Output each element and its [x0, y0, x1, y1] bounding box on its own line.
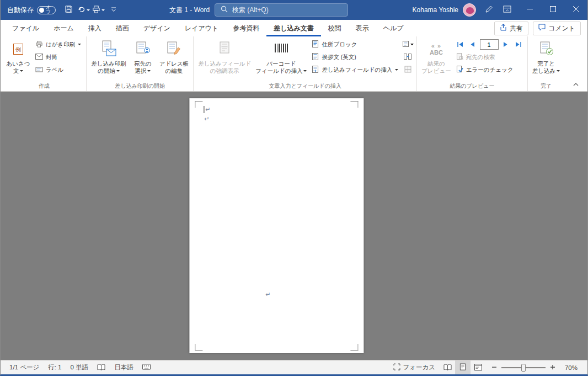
language-indicator[interactable]: 日本語: [110, 361, 138, 374]
tab-file[interactable]: ファイル: [5, 20, 46, 36]
autosave-state: オフ: [46, 5, 54, 15]
fields-icon-column: [401, 38, 414, 76]
first-record-button[interactable]: [455, 39, 466, 50]
status-bar: 1/1 ページ 行: 1 0 単語 日本語 フォーカス: [1, 360, 587, 374]
fields-small-column: 住所ブロック 挨拶文 (英文) 差し込みフィールドの挿入: [309, 38, 401, 76]
group-create: 例 あいさつ 文 はがき印刷 封筒 ラベル 作成: [2, 36, 87, 91]
word-count-indicator[interactable]: 0 単語: [66, 361, 93, 374]
barcode-icon: [274, 41, 288, 57]
rules-button[interactable]: [401, 38, 414, 51]
address-block-label: 住所ブロック: [322, 41, 357, 49]
preview-results-button: « » ABC 結果の プレビュー: [419, 38, 453, 82]
hagaki-print-button[interactable]: はがき印刷: [33, 38, 84, 51]
zoom-in-button[interactable]: [550, 364, 555, 371]
first-record-icon: [457, 40, 463, 50]
document-canvas[interactable]: ↵ ↵ ↵: [1, 92, 587, 360]
zoom-slider[interactable]: [501, 367, 546, 368]
search-box[interactable]: 検索 (Alt+Q): [215, 3, 348, 17]
comments-button[interactable]: コメント: [533, 22, 581, 35]
insert-barcode-field-button[interactable]: バーコード フィールドの挿入: [253, 38, 309, 82]
finish-and-merge-button[interactable]: 完了と 差し込み: [530, 38, 563, 82]
greeting-text-button[interactable]: 例 あいさつ 文: [4, 38, 33, 82]
focus-mode-button[interactable]: フォーカス: [389, 361, 440, 374]
ime-mode-button[interactable]: [138, 361, 155, 374]
tab-draw[interactable]: 描画: [109, 20, 136, 36]
collapse-ribbon-button[interactable]: [570, 78, 582, 88]
zoom-slider-thumb[interactable]: [521, 364, 526, 372]
keyboard-icon: [142, 364, 151, 371]
group-label-fields: 文章入力とフィールドの挿入: [194, 82, 416, 90]
zoom-out-button[interactable]: [491, 364, 497, 371]
tab-home[interactable]: ホーム: [46, 20, 81, 36]
check-errors-button[interactable]: エラーのチェック: [453, 63, 525, 76]
user-name[interactable]: Kohama Yoshie: [413, 6, 458, 14]
preview-abc-icon: ABC: [430, 50, 443, 56]
tab-insert[interactable]: 挿入: [81, 20, 109, 36]
zoom-controls: 70%: [486, 364, 583, 371]
preview-results-icon: « »: [431, 43, 441, 49]
title-bar: 自動保存 オフ 文書 1 - Word 検索 (Alt+Q) Kohama Yo…: [1, 0, 587, 20]
close-button[interactable]: [564, 0, 587, 20]
ink-button[interactable]: [482, 3, 496, 18]
envelopes-button[interactable]: 封筒: [33, 51, 84, 63]
record-number-input[interactable]: [480, 39, 499, 50]
group-write-insert-fields: 差し込みフィールド の強調表示 バーコード フィールドの挿入 住所ブロック 挨拶…: [194, 36, 417, 91]
print-layout-button[interactable]: [455, 361, 471, 374]
page-number-indicator[interactable]: 1/1 ページ: [5, 361, 44, 374]
zoom-level[interactable]: 70%: [560, 364, 578, 371]
ribbon-options-icon: [503, 6, 511, 15]
share-button[interactable]: 共有: [494, 22, 528, 35]
undo-button[interactable]: [76, 3, 91, 18]
more-commands-icon: [111, 6, 116, 14]
crop-mark-top-right-icon: [350, 101, 358, 108]
previous-record-button[interactable]: [467, 39, 478, 50]
tab-design[interactable]: デザイン: [136, 20, 178, 36]
finish-merge-label-line1: 完了と: [537, 60, 555, 67]
update-labels-button: [401, 63, 414, 76]
minimize-button[interactable]: [518, 0, 541, 20]
line-number-indicator[interactable]: 行: 1: [44, 361, 66, 374]
save-button[interactable]: [61, 3, 76, 18]
select-recipients-label-line2: 選択: [135, 67, 146, 75]
tab-mailings[interactable]: 差し込み文書: [266, 20, 321, 36]
match-fields-button[interactable]: [401, 51, 414, 63]
avatar[interactable]: [463, 3, 476, 17]
autosave-label: 自動保存: [7, 6, 34, 15]
undo-icon: [77, 6, 85, 14]
save-icon: [65, 5, 73, 15]
autosave-toggle[interactable]: オフ: [37, 6, 56, 14]
next-record-button[interactable]: [500, 39, 511, 50]
ribbon-display-options-button[interactable]: [500, 3, 515, 18]
labels-button[interactable]: ラベル: [33, 63, 84, 76]
read-mode-button[interactable]: [440, 361, 455, 374]
edit-recipient-list-button[interactable]: アドレス帳 の編集: [157, 38, 191, 82]
last-record-button[interactable]: [513, 39, 524, 50]
address-block-icon: [312, 40, 319, 49]
insert-merge-field-icon: [312, 66, 319, 74]
autosave-control[interactable]: 自動保存 オフ: [1, 6, 61, 15]
barcode-label-line2: フィールドの挿入: [255, 67, 302, 75]
tab-references[interactable]: 参考資料: [226, 20, 266, 36]
print-button[interactable]: [91, 3, 106, 18]
address-block-button[interactable]: 住所ブロック: [309, 38, 401, 51]
customize-quick-access-button[interactable]: [106, 3, 121, 18]
tab-layout[interactable]: レイアウト: [178, 20, 226, 36]
tab-review[interactable]: 校閲: [321, 20, 349, 36]
check-errors-icon: [456, 66, 463, 74]
crop-mark-bottom-right-icon: [350, 344, 358, 351]
dropdown-arrow-icon: [147, 70, 151, 72]
proofing-status-button[interactable]: [93, 361, 110, 374]
maximize-button[interactable]: [541, 0, 564, 20]
tab-view[interactable]: 表示: [349, 20, 376, 36]
tab-help[interactable]: ヘルプ: [376, 20, 411, 36]
comments-label: コメント: [548, 24, 575, 33]
insert-merge-field-button[interactable]: 差し込みフィールドの挿入: [309, 63, 401, 76]
web-layout-button[interactable]: [471, 361, 486, 374]
start-mail-merge-button[interactable]: 差し込み印刷 の開始: [89, 38, 129, 82]
group-label-start: 差し込み印刷の開始: [87, 82, 193, 90]
update-labels-icon: [404, 65, 411, 75]
select-recipients-button[interactable]: 宛先の 選択: [129, 38, 157, 82]
ribbon: 例 あいさつ 文 はがき印刷 封筒 ラベル 作成: [1, 36, 587, 92]
document-page[interactable]: ↵ ↵ ↵: [189, 98, 364, 353]
greeting-line-button[interactable]: 挨拶文 (英文): [309, 51, 401, 63]
